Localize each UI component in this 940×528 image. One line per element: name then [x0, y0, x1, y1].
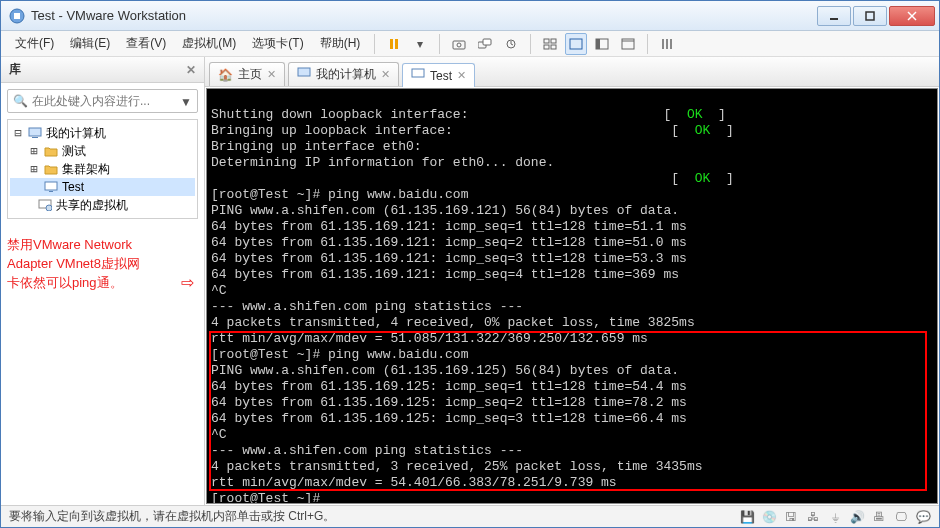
computer-icon	[27, 125, 43, 141]
library-tree: ⊟ 我的计算机 ⊞ 测试 ⊞ 集群架构 Test	[7, 119, 198, 219]
sidebar-close-icon[interactable]: ✕	[186, 63, 196, 77]
device-cd-icon[interactable]: 💿	[761, 509, 777, 525]
maximize-button[interactable]	[853, 6, 887, 26]
arrow-icon: ⇨	[181, 273, 194, 292]
note-line: Adapter VMnet8虚拟网	[7, 254, 198, 273]
terminal[interactable]: Shutting down loopback interface: [ OK ]…	[206, 88, 938, 504]
svg-rect-27	[45, 182, 57, 190]
menu-vm[interactable]: 虚拟机(M)	[174, 33, 244, 54]
computer-icon	[297, 67, 311, 82]
separator	[374, 34, 375, 54]
folder-icon	[43, 161, 59, 177]
svg-rect-1	[14, 13, 20, 19]
svg-rect-19	[596, 39, 600, 49]
tab-close-icon[interactable]: ✕	[267, 68, 276, 81]
device-net-icon[interactable]: 🖧	[805, 509, 821, 525]
tab-home[interactable]: 🏠 主页 ✕	[209, 62, 285, 86]
fullscreen-icon[interactable]	[617, 33, 639, 55]
tree-root[interactable]: ⊟ 我的计算机	[10, 124, 195, 142]
statusbar: 要将输入定向到该虚拟机，请在虚拟机内部单击或按 Ctrl+G。 💾 💿 🖫 🖧 …	[1, 505, 939, 527]
tree-shared[interactable]: 共享的虚拟机	[10, 196, 195, 214]
tree-vm-test[interactable]: Test	[10, 178, 195, 196]
close-button[interactable]	[889, 6, 935, 26]
svg-rect-32	[412, 69, 424, 77]
device-display-icon[interactable]: 🖵	[893, 509, 909, 525]
pause-icon[interactable]	[383, 33, 405, 55]
tab-label: Test	[430, 69, 452, 83]
svg-rect-13	[544, 39, 549, 43]
tree-label: Test	[62, 180, 84, 194]
library-icon[interactable]	[656, 33, 678, 55]
sidebar: 库 ✕ 🔍 ▼ ⊟ 我的计算机 ⊞ 测试	[1, 57, 205, 505]
tab-close-icon[interactable]: ✕	[381, 68, 390, 81]
expand-icon[interactable]: ⊞	[28, 162, 40, 176]
search-dropdown-icon[interactable]: ▼	[180, 95, 192, 109]
snapshot-manager-icon[interactable]	[474, 33, 496, 55]
status-text: 要将输入定向到该虚拟机，请在虚拟机内部单击或按 Ctrl+G。	[9, 508, 335, 525]
tab-close-icon[interactable]: ✕	[457, 69, 466, 82]
svg-rect-16	[551, 45, 556, 49]
revert-icon[interactable]	[500, 33, 522, 55]
expand-icon[interactable]: ⊞	[28, 144, 40, 158]
dropdown-icon[interactable]: ▾	[409, 33, 431, 55]
tree-label: 共享的虚拟机	[56, 197, 128, 214]
device-sound-icon[interactable]: 🔊	[849, 509, 865, 525]
svg-rect-15	[544, 45, 549, 49]
collapse-icon[interactable]: ⊟	[12, 126, 24, 140]
tabbar: 🏠 主页 ✕ 我的计算机 ✕ Test ✕	[205, 57, 939, 87]
titlebar: Test - VMware Workstation	[1, 1, 939, 31]
snapshot-icon[interactable]	[448, 33, 470, 55]
shared-vm-icon	[37, 197, 53, 213]
sidebar-header: 库 ✕	[1, 57, 204, 83]
svg-rect-14	[551, 39, 556, 43]
svg-rect-3	[866, 12, 874, 20]
tab-label: 我的计算机	[316, 66, 376, 83]
device-usb-icon[interactable]: ⏚	[827, 509, 843, 525]
tree-folder-test1[interactable]: ⊞ 测试	[10, 142, 195, 160]
app-icon	[9, 8, 25, 24]
sidebar-search: 🔍 ▼	[7, 89, 198, 113]
menu-file[interactable]: 文件(F)	[7, 33, 62, 54]
menu-view[interactable]: 查看(V)	[118, 33, 174, 54]
separator	[439, 34, 440, 54]
svg-rect-17	[570, 39, 582, 49]
view-single-icon[interactable]	[565, 33, 587, 55]
search-icon: 🔍	[13, 94, 28, 108]
svg-rect-23	[666, 39, 668, 49]
view-thumbnails-icon[interactable]	[539, 33, 561, 55]
separator	[647, 34, 648, 54]
message-icon[interactable]: 💬	[915, 509, 931, 525]
svg-rect-11	[483, 39, 491, 45]
svg-rect-7	[395, 39, 398, 49]
app-window: Test - VMware Workstation 文件(F) 编辑(E) 查看…	[0, 0, 940, 528]
svg-rect-25	[29, 128, 41, 136]
tab-test[interactable]: Test ✕	[402, 63, 475, 87]
main-area: 🏠 主页 ✕ 我的计算机 ✕ Test ✕ Shutting down loop…	[205, 57, 939, 505]
window-title: Test - VMware Workstation	[31, 8, 815, 23]
tree-folder-cluster[interactable]: ⊞ 集群架构	[10, 160, 195, 178]
menu-edit[interactable]: 编辑(E)	[62, 33, 118, 54]
tree-label: 集群架构	[62, 161, 110, 178]
tab-label: 主页	[238, 66, 262, 83]
folder-icon	[43, 143, 59, 159]
svg-point-30	[46, 205, 52, 211]
svg-rect-26	[32, 137, 38, 138]
tree-label: 测试	[62, 143, 86, 160]
sidebar-title: 库	[9, 61, 21, 78]
view-unity-icon[interactable]	[591, 33, 613, 55]
tab-mypc[interactable]: 我的计算机 ✕	[288, 62, 399, 86]
vm-icon	[43, 179, 59, 195]
device-disk-icon[interactable]: 💾	[739, 509, 755, 525]
menu-tabs[interactable]: 选项卡(T)	[244, 33, 311, 54]
search-input[interactable]	[7, 89, 198, 113]
svg-point-9	[457, 43, 461, 47]
svg-rect-28	[49, 191, 53, 192]
minimize-button[interactable]	[817, 6, 851, 26]
device-floppy-icon[interactable]: 🖫	[783, 509, 799, 525]
device-printer-icon[interactable]: 🖶	[871, 509, 887, 525]
vm-icon	[411, 68, 425, 83]
tree-label: 我的计算机	[46, 125, 106, 142]
menu-help[interactable]: 帮助(H)	[312, 33, 369, 54]
note-line: 禁用VMware Network	[7, 235, 198, 254]
svg-rect-31	[298, 68, 310, 76]
